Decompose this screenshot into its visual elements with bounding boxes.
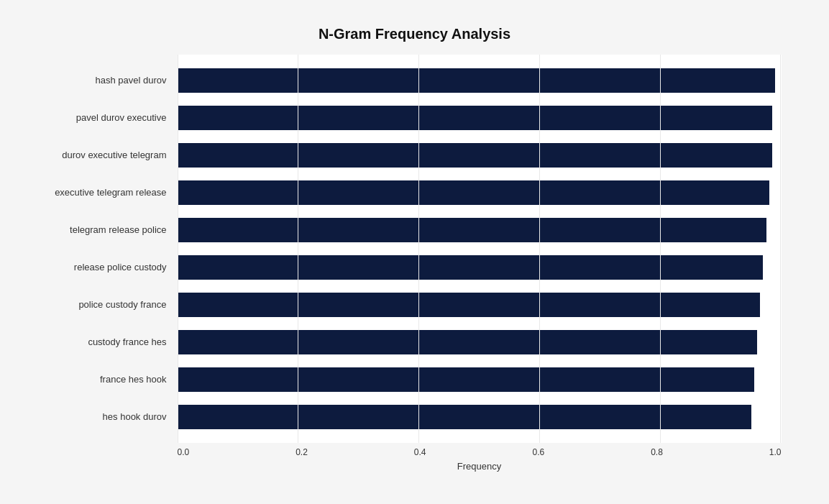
y-axis-labels: hash pavel durovpavel durov executivedur…: [19, 55, 174, 443]
bar-row: [178, 103, 782, 133]
bar: [178, 367, 754, 392]
x-axis: 0.00.20.40.60.81.0 Frequency: [178, 444, 782, 472]
y-label: durov executive telegram: [19, 140, 174, 170]
y-label: france hes hook: [19, 365, 174, 395]
x-tick-label: 0.2: [296, 447, 308, 457]
bar-row: [178, 252, 782, 283]
bar: [178, 330, 757, 354]
y-label: release police custody: [19, 252, 174, 283]
bar-row: [178, 365, 782, 395]
bar-row: [178, 178, 782, 208]
bar: [178, 68, 776, 93]
bar: [178, 106, 772, 130]
bar-row: [178, 327, 782, 357]
x-tick-label: 0.6: [532, 447, 544, 457]
y-label: pavel durov executive: [19, 103, 174, 133]
bar-row: [178, 215, 782, 245]
bar-row: [178, 402, 782, 432]
y-label: police custody france: [19, 290, 174, 320]
bar-row: [178, 140, 782, 170]
x-tick-label: 1.0: [769, 447, 782, 457]
bar: [178, 218, 766, 242]
bar: [178, 293, 761, 317]
x-tick-label: 0.8: [651, 447, 663, 457]
chart-container: N-Gram Frequency Analysis hash pavel dur…: [19, 12, 810, 493]
y-label: custody france hes: [19, 327, 174, 357]
bar: [178, 405, 751, 429]
y-label: executive telegram release: [19, 178, 174, 208]
bar-row: [178, 65, 782, 96]
y-label: hash pavel durov: [19, 65, 174, 96]
bar: [178, 255, 764, 280]
x-tick-label: 0.0: [178, 447, 190, 457]
x-tick-label: 0.4: [414, 447, 426, 457]
bar-row: [178, 290, 782, 320]
chart-title: N-Gram Frequency Analysis: [19, 26, 810, 42]
bar: [178, 180, 769, 205]
x-ticks: 0.00.20.40.60.81.0: [178, 447, 782, 457]
y-label: telegram release police: [19, 215, 174, 245]
y-label: hes hook durov: [19, 402, 174, 432]
bar: [178, 143, 772, 168]
bars-area: [178, 55, 782, 443]
x-axis-label: Frequency: [178, 461, 782, 472]
